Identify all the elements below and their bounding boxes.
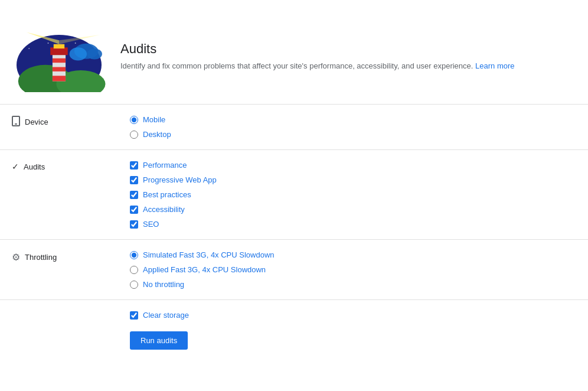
bottom-section: Clear storage Run audits [0,300,588,360]
check-icon: ✓ [12,162,19,171]
bottom-content: Clear storage Run audits [130,311,576,350]
svg-rect-16 [53,76,66,81]
throttling-applied-label[interactable]: Applied Fast 3G, 4x CPU Slowdown [143,265,266,274]
audit-pwa-label[interactable]: Progressive Web App [143,175,217,184]
svg-rect-17 [50,47,68,55]
device-desktop-option[interactable]: Desktop [130,130,576,139]
throttling-options: Simulated Fast 3G, 4x CPU Slowdown Appli… [130,250,576,289]
header-text: Audits Identify and fix common problems … [120,41,515,72]
page-description: Identify and fix common problems that af… [120,60,515,72]
svg-point-7 [28,48,30,49]
device-mobile-label[interactable]: Mobile [143,115,165,124]
audit-performance-label[interactable]: Performance [143,161,187,170]
audit-pwa-option[interactable]: Progressive Web App [130,175,576,184]
throttling-none-option[interactable]: No throttling [130,280,576,289]
svg-point-23 [87,48,102,59]
device-options: Mobile Desktop [130,115,576,139]
svg-point-4 [70,34,71,35]
header-section: Audits Identify and fix common problems … [0,12,588,105]
audit-best-practices-label[interactable]: Best practices [143,190,191,199]
device-mobile-option[interactable]: Mobile [130,115,576,124]
svg-rect-15 [53,67,66,71]
lighthouse-logo [12,21,106,92]
page-container: Audits Identify and fix common problems … [0,0,588,372]
audits-label: ✓ Audits [12,161,130,171]
svg-rect-18 [54,44,64,48]
audit-seo-option[interactable]: SEO [130,220,576,229]
svg-point-3 [53,28,54,30]
audits-section: ✓ Audits Performance Progressive Web App… [0,150,588,240]
svg-point-2 [42,32,43,33]
throttling-simulated-option[interactable]: Simulated Fast 3G, 4x CPU Slowdown [130,250,576,259]
clear-storage-option[interactable]: Clear storage [130,311,576,320]
gear-icon: ⚙ [12,252,20,263]
device-section: Device Mobile Desktop [0,105,588,150]
svg-point-5 [80,30,82,32]
throttling-applied-option[interactable]: Applied Fast 3G, 4x CPU Slowdown [130,265,576,274]
svg-point-9 [75,43,76,44]
run-audits-button[interactable]: Run audits [130,331,188,350]
audits-options: Performance Progressive Web App Best pra… [130,161,576,229]
svg-point-22 [70,47,87,60]
audit-best-practices-option[interactable]: Best practices [130,190,576,199]
page-title: Audits [120,41,515,57]
throttling-simulated-label[interactable]: Simulated Fast 3G, 4x CPU Slowdown [143,250,275,259]
device-desktop-label[interactable]: Desktop [143,130,171,139]
svg-rect-14 [53,58,66,63]
audit-performance-option[interactable]: Performance [130,161,576,170]
clear-storage-label[interactable]: Clear storage [143,311,189,320]
audit-accessibility-option[interactable]: Accessibility [130,205,576,214]
learn-more-link[interactable]: Learn more [475,61,514,70]
audit-seo-label[interactable]: SEO [143,220,159,229]
audit-accessibility-label[interactable]: Accessibility [143,205,185,214]
device-label: Device [12,115,130,127]
throttling-section: ⚙ Throttling Simulated Fast 3G, 4x CPU S… [0,240,588,300]
svg-point-10 [48,43,49,44]
svg-point-6 [91,37,92,38]
device-icon [12,116,20,126]
svg-point-1 [31,37,32,38]
throttling-label: ⚙ Throttling [12,250,130,263]
throttling-none-label[interactable]: No throttling [143,280,184,289]
